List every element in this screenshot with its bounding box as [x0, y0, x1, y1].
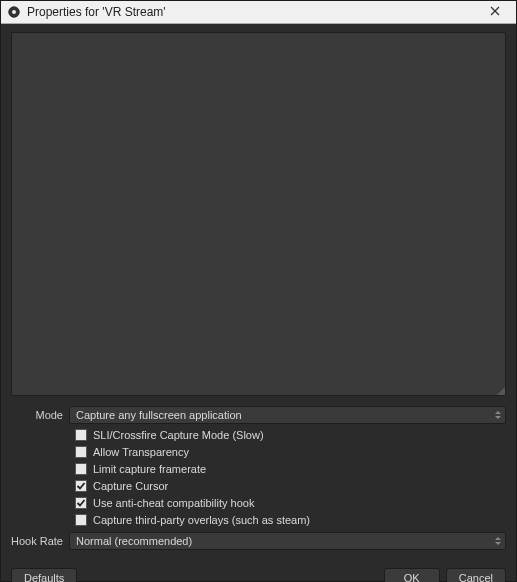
- chevron-updown-icon: [495, 537, 501, 545]
- titlebar-left: Properties for 'VR Stream': [7, 5, 166, 19]
- checkbox-box: [75, 463, 87, 475]
- cancel-button[interactable]: Cancel: [446, 568, 506, 582]
- checkbox-cursor[interactable]: Capture Cursor: [11, 480, 506, 492]
- ok-button[interactable]: OK: [384, 568, 440, 582]
- dialog-footer: Defaults OK Cancel: [11, 550, 506, 582]
- mode-select[interactable]: Capture any fullscreen application: [69, 406, 506, 424]
- properties-window: Properties for 'VR Stream' Mode Capture …: [0, 0, 517, 582]
- chevron-updown-icon: [495, 411, 501, 419]
- checkbox-anticheat[interactable]: Use anti-cheat compatibility hook: [11, 497, 506, 509]
- hook-rate-select[interactable]: Normal (recommended): [69, 532, 506, 550]
- svg-point-1: [12, 10, 16, 14]
- checkbox-box: [75, 446, 87, 458]
- close-button[interactable]: [480, 1, 510, 23]
- dialog-body: Mode Capture any fullscreen application …: [1, 24, 516, 582]
- checkbox-label: Limit capture framerate: [93, 463, 206, 475]
- checkbox-box: [75, 497, 87, 509]
- mode-select-value: Capture any fullscreen application: [76, 409, 242, 421]
- mode-label: Mode: [11, 409, 69, 421]
- checkbox-label: Capture Cursor: [93, 480, 168, 492]
- checkbox-label: Capture third-party overlays (such as st…: [93, 514, 310, 526]
- preview-area: [11, 32, 506, 396]
- checkbox-box: [75, 480, 87, 492]
- right-buttons: OK Cancel: [384, 568, 506, 582]
- hook-rate-select-value: Normal (recommended): [76, 535, 192, 547]
- row-mode: Mode Capture any fullscreen application: [11, 406, 506, 424]
- checkbox-overlays[interactable]: Capture third-party overlays (such as st…: [11, 514, 506, 526]
- checkbox-limit-fps[interactable]: Limit capture framerate: [11, 463, 506, 475]
- checkbox-sli[interactable]: SLI/Crossfire Capture Mode (Slow): [11, 429, 506, 441]
- checkbox-box: [75, 429, 87, 441]
- titlebar: Properties for 'VR Stream': [1, 1, 516, 24]
- checkbox-transparency[interactable]: Allow Transparency: [11, 446, 506, 458]
- checkbox-label: SLI/Crossfire Capture Mode (Slow): [93, 429, 264, 441]
- checkbox-box: [75, 514, 87, 526]
- close-icon: [490, 6, 500, 18]
- checkbox-label: Use anti-cheat compatibility hook: [93, 497, 254, 509]
- hook-rate-label: Hook Rate: [11, 535, 69, 547]
- row-hook-rate: Hook Rate Normal (recommended): [11, 532, 506, 550]
- window-title: Properties for 'VR Stream': [27, 5, 166, 19]
- app-icon: [7, 5, 21, 19]
- defaults-button[interactable]: Defaults: [11, 568, 77, 582]
- checkbox-label: Allow Transparency: [93, 446, 189, 458]
